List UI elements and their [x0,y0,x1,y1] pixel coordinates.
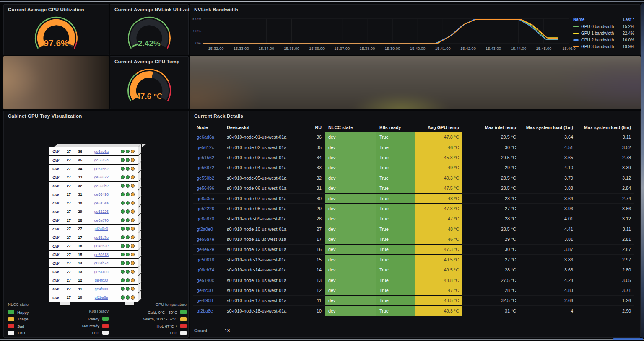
svg-text:0%: 0% [195,41,201,45]
cell-max-system-load-1m-: 3.88 [519,183,576,193]
panel-title-gpu-temp[interactable]: Current Average GPU Temp [110,57,188,64]
column-header-max-system-load-5m-[interactable]: Max system load (5m) [576,123,634,132]
legend-item: Ready [57,315,109,323]
cell-k8s-ready: True [376,244,415,254]
column-header-nlcc-state[interactable]: NLCC state [325,123,376,132]
cell-deviceslot: s0-r010-node-16-us-west-01a [223,285,306,295]
legend-item-label: Ready [88,317,99,321]
legend-swatch [180,331,187,335]
column-header-max-inlet-temp[interactable]: Max inlet temp [462,123,519,132]
scrollbar[interactable] [641,3,644,338]
legend-nlcc-title: NLCC state [8,302,54,309]
node-link[interactable]: ge55a7e [193,234,223,244]
panel-title-nvlink-utilization[interactable]: Current Average NVLink Utilization [110,5,188,12]
tray-host-link[interactable]: ge56496 [82,192,121,196]
cell-max-system-load-5m-: 3.12 [576,214,634,224]
tray-host-link[interactable]: ge4fc00 [82,278,121,282]
status-dot-warm [131,184,135,188]
legend-header-last[interactable]: Last * [623,17,634,22]
tray-host-link[interactable]: ge55a7e [82,235,121,240]
tray-rack-number: 27 [63,192,71,196]
svg-text:15:36:00: 15:36:00 [309,46,325,51]
panel-gpu-utilization: Current Average GPU Utilization 97.6% [3,4,109,55]
legend-series-name[interactable]: GPU 2 bandwidth [581,38,623,42]
panel-title-cabinet[interactable]: Cabinet GPU Tray Visualization [4,111,188,119]
legend-series-dash [573,46,579,47]
node-link[interactable]: ge52226 [193,204,223,214]
tray-host-link[interactable]: ge4f908 [82,287,121,291]
panel-title-nvlink-bandwidth[interactable]: NVLink Bandwidth [190,5,640,12]
tray-host-link[interactable]: ge6ad6a [82,150,121,154]
tray-host-link[interactable]: gf2a0e0 [82,227,121,231]
status-dot-warm [131,253,135,257]
tray-status-dots [121,192,135,196]
column-header-avg-gpu-temp[interactable]: Avg GPU temp [415,123,462,132]
column-header-max-system-load-1m-[interactable]: Max system load (1m) [519,123,576,132]
legend-swatch [180,310,187,314]
tray-host-link[interactable]: ge52226 [82,209,121,214]
cell-avg-gpu-temp: 48.8 °C [415,275,462,285]
tray-host-link[interactable]: ge51562 [82,167,121,171]
cell-max-system-load-1m-: 4.01 [519,214,576,224]
tray-host-link[interactable]: ge6a870 [82,218,121,222]
cell-max-system-load-1m-: 3.81 [519,234,576,244]
node-link[interactable]: ge51562 [193,152,223,163]
tray-ru-number: 16 [75,244,82,248]
legend-series-name[interactable]: GPU 3 bandwidth [581,44,623,49]
node-link[interactable]: ge4f908 [193,295,223,305]
legend-item: TBD [8,330,54,337]
node-link[interactable]: ge56872 [193,163,223,173]
node-link[interactable]: ge4e62e [193,244,223,254]
cell-avg-gpu-temp: 48.5 °C [415,295,462,305]
tray-host-link[interactable]: ge6a3ea [82,201,121,205]
column-header-k8s-ready[interactable]: K8s ready [376,123,415,132]
legend-series-row: GPU 0 bandwidth15.2% [573,23,634,30]
coreweave-logo-icon: CW [52,218,63,222]
node-link[interactable]: ge50618 [193,255,223,265]
tray-host-link[interactable]: ge550b2 [82,184,121,188]
nvlink-util-gauge-arc [114,12,184,52]
panel-title-gpu-utilization[interactable]: Current Average GPU Utilization [4,5,109,12]
cell-ru: 13 [306,275,325,285]
panel-nvlink-bandwidth: NVLink Bandwidth 0%50%100%15:32:0015:33:… [190,4,641,55]
tray-host-link[interactable]: ge5612c [82,158,121,162]
tray-host-link[interactable]: ge56872 [82,175,121,179]
legend-header-name[interactable]: Name [573,17,584,22]
panel-title-rack-details[interactable]: Current Rack Details [190,111,640,119]
cell-avg-gpu-temp: 49.3 °C [415,173,462,183]
status-dot-happy [121,270,125,274]
tray-status-dots [121,201,135,205]
status-dot-ready [126,270,130,274]
node-link[interactable]: ge550b2 [193,173,223,183]
cell-ru: 12 [306,285,325,295]
svg-text:15:41:00: 15:41:00 [435,46,451,51]
cell-nlcc-state: dev [325,295,376,305]
node-link[interactable]: gf2ba8e [193,306,223,316]
node-link[interactable]: ge6a870 [193,214,223,224]
tray-ru-number: 15 [75,253,82,257]
tray-host-link[interactable]: ge50618 [82,253,121,257]
rack-foot [60,302,70,306]
tray-host-link[interactable]: gf2ba8e [82,295,121,300]
tray-ru-number: 28 [75,218,82,222]
column-header-ru[interactable]: RU [306,123,325,132]
node-link[interactable]: ge6ad6a [193,132,223,142]
node-link[interactable]: ge5140c [193,275,223,285]
legend-series-name[interactable]: GPU 1 bandwidth [581,31,623,36]
column-header-node[interactable]: Node [193,123,223,132]
legend-series-last-value: 16.0% [623,38,634,42]
tray-status-dots [121,253,135,257]
tray-host-link[interactable]: ge4e62e [82,244,121,248]
tray-host-link[interactable]: ge5140c [82,270,121,274]
node-link[interactable]: ge56496 [193,183,223,193]
status-dot-happy [121,287,125,291]
tray-host-link[interactable]: g08eb74 [82,261,121,265]
node-link[interactable]: g08eb74 [193,265,223,275]
node-link[interactable]: ge5612c [193,142,223,152]
node-link[interactable]: ge4fc00 [193,285,223,295]
column-header-deviceslot[interactable]: Deviceslot [223,123,306,132]
node-link[interactable]: gf2a0e0 [193,224,223,234]
coreweave-logo-icon: CW [52,261,63,266]
node-link[interactable]: ge6a3ea [193,193,223,203]
legend-series-name[interactable]: GPU 0 bandwidth [581,24,623,29]
